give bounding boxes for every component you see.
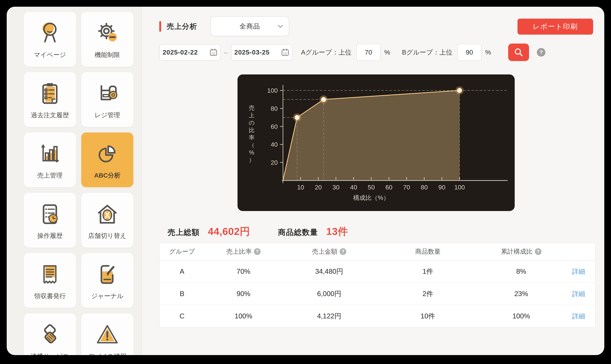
sidebar-item-operation-history[interactable]: 操作履歴 [24, 193, 76, 247]
date-to-input[interactable]: 2025-03-25 [231, 44, 292, 61]
product-select[interactable]: 全商品 [210, 16, 289, 36]
sidebar-item-order-history[interactable]: 過去注文履歴 [24, 72, 76, 127]
sidebar-item-store-switch[interactable]: 店舗切り替え [81, 193, 133, 247]
chart-panel: 20406080100102030405060708090100構成比（%）売上… [238, 74, 515, 211]
cell-cum: 100% [480, 312, 562, 320]
total-qty-value: 13件 [326, 225, 348, 238]
sidebar-item-journal[interactable]: ジャーナル [81, 253, 133, 308]
svg-text:70: 70 [403, 184, 410, 191]
cell-group: A [160, 268, 204, 275]
sidebar-item-label: ジャーナル [91, 292, 123, 300]
app-window: マイページ機能制限過去注文履歴レジ管理売上管理ABC分析操作履歴店舗切り替え領収… [7, 7, 604, 355]
receipt-icon [36, 260, 64, 288]
column-help-icon[interactable]: ? [339, 248, 346, 255]
detail-link[interactable]: 詳細 [562, 290, 595, 298]
svg-text:30: 30 [332, 184, 339, 191]
cell-amount: 4,122円 [283, 312, 376, 321]
chevron-down-icon [278, 25, 283, 28]
column-header: グループ [160, 247, 204, 256]
column-help-icon[interactable]: ? [254, 248, 261, 255]
sidebar-item-sales[interactable]: 売上管理 [24, 132, 76, 187]
sidebar-item-services[interactable]: 連携サービス [24, 313, 76, 355]
sidebar-item-device-info[interactable]: デバイス情報 [81, 313, 133, 355]
sidebar-item-label: 機能制限 [95, 51, 120, 59]
cell-qty: 10件 [376, 312, 480, 321]
product-select-value: 全商品 [211, 17, 289, 36]
svg-text:20: 20 [315, 184, 322, 191]
table-row: A70%34,480円1件8%詳細 [160, 260, 595, 283]
date-range-separator: – [224, 49, 228, 56]
clipboard-icon [36, 80, 64, 108]
cell-group: C [160, 312, 204, 320]
sidebar-item-label: ABC分析 [94, 171, 121, 180]
column-help-icon[interactable]: ? [535, 248, 542, 255]
main-content: 売上分析 全商品 レポート印刷 2025-02-22 – 2025-03-25 [142, 7, 604, 355]
sidebar-item-abc-analysis[interactable]: ABC分析 [81, 132, 133, 187]
total-sales-value: 44,602円 [208, 225, 250, 238]
group-b-input[interactable]: 90 [457, 44, 482, 61]
sidebar-item-mypage[interactable]: マイページ [24, 12, 76, 67]
search-icon [514, 47, 523, 57]
help-icon[interactable]: ? [537, 48, 545, 57]
sidebar-item-receipt[interactable]: 領収書発行 [24, 253, 76, 308]
sidebar-item-restrictions[interactable]: 機能制限 [81, 12, 133, 67]
table-row: C100%4,122円10件100%詳細 [160, 305, 595, 327]
group-b-label: Bグループ：上位 [402, 48, 452, 57]
cell-ratio: 90% [204, 290, 283, 298]
cell-cum: 8% [480, 268, 562, 275]
table-row: B90%6,000円2件23%詳細 [160, 283, 595, 305]
group-a-input[interactable]: 70 [356, 44, 380, 61]
date-to-value: 2025-03-25 [234, 49, 270, 56]
table-header-row: グループ売上比率?売上金額?商品数量累計構成比? [160, 243, 595, 260]
cell-amount: 34,480円 [283, 267, 376, 276]
column-header: 商品数量 [376, 247, 480, 256]
sidebar-item-label: 領収書発行 [34, 292, 66, 300]
svg-text:40: 40 [350, 184, 357, 191]
detail-link[interactable]: 詳細 [562, 312, 595, 321]
svg-text:構成比（%）: 構成比（%） [353, 194, 389, 201]
detail-link[interactable]: 詳細 [562, 267, 595, 276]
date-from-input[interactable]: 2025-02-22 [159, 44, 221, 61]
calendar-icon [209, 48, 218, 57]
sidebar-item-label: 過去注文履歴 [31, 111, 69, 119]
cell-cum: 23% [480, 290, 562, 298]
svg-text:60: 60 [271, 123, 278, 130]
sidebar-item-label: 操作履歴 [37, 232, 63, 240]
cell-ratio: 100% [204, 312, 283, 320]
svg-text:売上の比率（%）: 売上の比率（%） [249, 104, 255, 163]
sidebar-item-label: 店舗切り替え [88, 232, 126, 240]
sidebar-item-label: レジ管理 [95, 111, 120, 119]
summary-row: 売上総額 44,602円 商品総数量 13件 [168, 225, 348, 238]
calendar-icon [281, 48, 289, 57]
sidebar-menu: マイページ機能制限過去注文履歴レジ管理売上管理ABC分析操作履歴店舗切り替え領収… [24, 12, 133, 355]
sidebar-item-register[interactable]: レジ管理 [81, 72, 133, 127]
svg-text:60: 60 [385, 184, 393, 191]
gear-icon [93, 19, 121, 47]
column-header: 累計構成比? [480, 247, 562, 256]
svg-text:50: 50 [368, 184, 375, 191]
register-icon [93, 80, 121, 108]
date-from-value: 2025-02-22 [163, 49, 198, 56]
bar-chart-icon [36, 140, 64, 168]
search-button[interactable] [508, 44, 529, 61]
title-accent-bar [159, 21, 161, 32]
page-title: 売上分析 [167, 21, 197, 31]
journal-icon [93, 260, 121, 288]
print-report-button[interactable]: レポート印刷 [517, 19, 593, 35]
handshake-icon [36, 321, 64, 349]
svg-text:100: 100 [267, 87, 278, 94]
svg-text:80: 80 [421, 184, 428, 191]
column-header: 売上比率? [204, 247, 283, 256]
column-header: 売上金額? [283, 247, 376, 256]
store-icon [93, 200, 121, 228]
percent-suffix: % [485, 49, 491, 56]
page-header: 売上分析 [159, 17, 197, 36]
person-icon [36, 19, 64, 47]
svg-text:40: 40 [271, 141, 278, 148]
abc-group-table: グループ売上比率?売上金額?商品数量累計構成比? A70%34,480円1件8%… [159, 243, 596, 327]
cell-ratio: 70% [204, 268, 283, 275]
warning-icon [93, 321, 121, 349]
sidebar-item-label: マイページ [34, 51, 66, 59]
cell-qty: 1件 [376, 267, 480, 276]
cell-group: B [160, 290, 204, 298]
